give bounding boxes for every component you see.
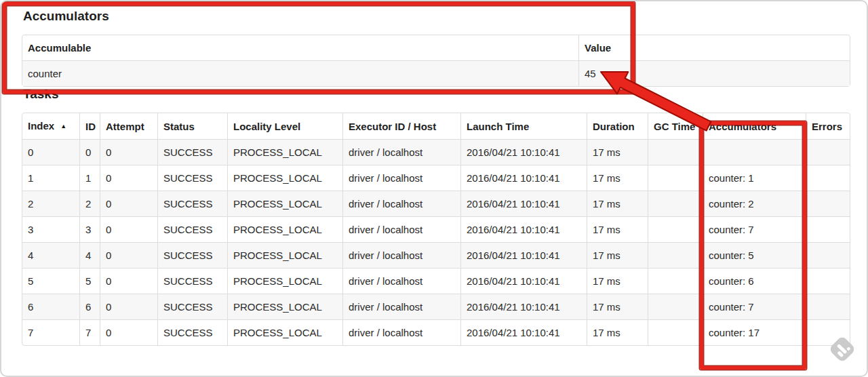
page-content: Accumulators Accumulable Value counter 4… (1, 1, 867, 346)
col-header-launch-time[interactable]: Launch Time (460, 113, 587, 139)
task-row: 110SUCCESSPROCESS_LOCALdriver / localhos… (22, 165, 850, 191)
task-cell-index: 2 (22, 191, 79, 216)
task-cell-index: 0 (22, 139, 79, 165)
task-cell-index: 7 (22, 319, 79, 345)
task-cell-accumulators: counter: 1 (703, 165, 806, 191)
task-cell-id: 1 (79, 165, 100, 191)
task-cell-attempt: 0 (100, 242, 157, 268)
task-cell-launch-time: 2016/04/21 10:10:41 (460, 216, 587, 242)
task-cell-locality-level: PROCESS_LOCAL (227, 139, 342, 165)
col-header-id[interactable]: ID (79, 113, 100, 139)
task-cell-attempt: 0 (100, 191, 157, 216)
task-cell-accumulators (703, 139, 806, 165)
task-cell-locality-level: PROCESS_LOCAL (227, 191, 342, 216)
task-row: 220SUCCESSPROCESS_LOCALdriver / localhos… (22, 191, 850, 216)
task-cell-duration: 17 ms (587, 242, 648, 268)
task-cell-accumulators: counter: 7 (703, 294, 806, 319)
task-cell-errors (806, 139, 850, 165)
tasks-table: Index▲ ID Attempt Status Locality Level … (22, 113, 850, 346)
task-row: 330SUCCESSPROCESS_LOCALdriver / localhos… (22, 216, 850, 242)
accumulators-section-title: Accumulators (23, 9, 846, 24)
col-header-accumulable: Accumulable (22, 35, 578, 60)
tasks-section-title: Tasks (23, 87, 846, 102)
tasks-header-row: Index▲ ID Attempt Status Locality Level … (22, 113, 850, 139)
task-cell-executor-id-host: driver / localhost (342, 216, 460, 242)
task-cell-attempt: 0 (100, 294, 157, 319)
col-header-attempt[interactable]: Attempt (100, 113, 157, 139)
task-cell-duration: 17 ms (587, 268, 648, 294)
task-cell-errors (806, 242, 850, 268)
task-cell-status: SUCCESS (157, 242, 227, 268)
task-cell-locality-level: PROCESS_LOCAL (227, 165, 342, 191)
col-header-index[interactable]: Index▲ (22, 113, 79, 139)
task-cell-accumulators: counter: 5 (703, 242, 806, 268)
task-cell-gc-time (648, 319, 703, 345)
task-cell-status: SUCCESS (157, 294, 227, 319)
task-cell-locality-level: PROCESS_LOCAL (227, 268, 342, 294)
task-cell-accumulators: counter: 17 (703, 319, 806, 345)
col-header-status[interactable]: Status (157, 113, 227, 139)
accumulable-value-cell: 45 (578, 60, 850, 86)
task-cell-index: 1 (22, 165, 79, 191)
col-header-index-label: Index (28, 120, 54, 132)
col-header-gc-time[interactable]: GC Time (648, 113, 703, 139)
task-cell-executor-id-host: driver / localhost (342, 242, 460, 268)
task-cell-launch-time: 2016/04/21 10:10:41 (460, 191, 587, 216)
task-cell-launch-time: 2016/04/21 10:10:41 (460, 319, 587, 345)
task-cell-attempt: 0 (100, 165, 157, 191)
task-cell-attempt: 0 (100, 216, 157, 242)
col-header-duration[interactable]: Duration (587, 113, 648, 139)
task-cell-locality-level: PROCESS_LOCAL (227, 242, 342, 268)
accumulator-row: counter 45 (22, 60, 850, 86)
accumulable-name-cell: counter (22, 60, 578, 86)
task-cell-errors (806, 268, 850, 294)
col-header-errors[interactable]: Errors (806, 113, 850, 139)
task-cell-status: SUCCESS (157, 165, 227, 191)
task-cell-errors (806, 191, 850, 216)
task-row: 440SUCCESSPROCESS_LOCALdriver / localhos… (22, 242, 850, 268)
task-cell-gc-time (648, 242, 703, 268)
task-cell-duration: 17 ms (587, 191, 648, 216)
task-cell-executor-id-host: driver / localhost (342, 191, 460, 216)
task-cell-launch-time: 2016/04/21 10:10:41 (460, 294, 587, 319)
task-cell-errors (806, 294, 850, 319)
task-row: 770SUCCESSPROCESS_LOCALdriver / localhos… (22, 319, 850, 345)
task-cell-locality-level: PROCESS_LOCAL (227, 216, 342, 242)
task-cell-executor-id-host: driver / localhost (342, 268, 460, 294)
task-cell-attempt: 0 (100, 319, 157, 345)
task-cell-status: SUCCESS (157, 268, 227, 294)
col-header-executor-id-host[interactable]: Executor ID / Host (342, 113, 460, 139)
spark-ui-stage-page: Accumulators Accumulable Value counter 4… (0, 0, 868, 377)
task-row: 000SUCCESSPROCESS_LOCALdriver / localhos… (22, 139, 850, 165)
task-cell-attempt: 0 (100, 268, 157, 294)
task-cell-status: SUCCESS (157, 139, 227, 165)
task-cell-launch-time: 2016/04/21 10:10:41 (460, 268, 587, 294)
task-cell-status: SUCCESS (157, 319, 227, 345)
task-cell-executor-id-host: driver / localhost (342, 165, 460, 191)
task-cell-errors (806, 216, 850, 242)
task-cell-launch-time: 2016/04/21 10:10:41 (460, 139, 587, 165)
task-cell-launch-time: 2016/04/21 10:10:41 (460, 165, 587, 191)
col-header-accumulators[interactable]: Accumulators (703, 113, 806, 139)
task-cell-locality-level: PROCESS_LOCAL (227, 319, 342, 345)
task-cell-gc-time (648, 216, 703, 242)
task-cell-accumulators: counter: 2 (703, 191, 806, 216)
task-cell-duration: 17 ms (587, 139, 648, 165)
task-cell-gc-time (648, 268, 703, 294)
task-cell-attempt: 0 (100, 139, 157, 165)
sort-asc-icon: ▲ (60, 123, 66, 130)
col-header-locality-level[interactable]: Locality Level (227, 113, 342, 139)
task-cell-duration: 17 ms (587, 216, 648, 242)
task-cell-index: 5 (22, 268, 79, 294)
task-cell-gc-time (648, 139, 703, 165)
task-cell-executor-id-host: driver / localhost (342, 294, 460, 319)
task-cell-status: SUCCESS (157, 191, 227, 216)
task-cell-duration: 17 ms (587, 165, 648, 191)
task-cell-id: 5 (79, 268, 100, 294)
task-cell-gc-time (648, 294, 703, 319)
task-cell-launch-time: 2016/04/21 10:10:41 (460, 242, 587, 268)
task-cell-status: SUCCESS (157, 216, 227, 242)
task-cell-id: 7 (79, 319, 100, 345)
col-header-value: Value (578, 35, 850, 60)
task-cell-duration: 17 ms (587, 294, 648, 319)
